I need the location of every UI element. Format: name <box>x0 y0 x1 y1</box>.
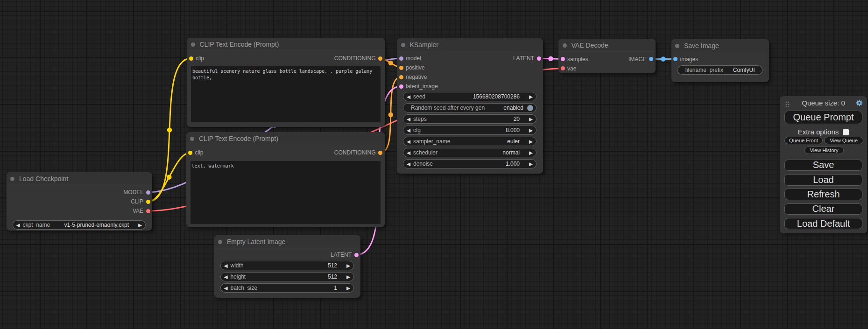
image-port-icon[interactable] <box>649 57 653 61</box>
vae-port-icon[interactable] <box>146 209 150 213</box>
next-value-arrow-icon[interactable]: ▶ <box>346 284 350 293</box>
node-save-image[interactable]: Save Image images filename_prefix ComfyU… <box>671 39 769 82</box>
widget-value: 1 <box>334 284 337 292</box>
latent-port-icon[interactable] <box>399 84 403 89</box>
clear-button[interactable]: Clear <box>784 203 862 215</box>
widget-value: 1.000 <box>506 160 520 168</box>
model-port-icon[interactable] <box>146 190 150 195</box>
widget-seed[interactable]: ◀ seed 156680208700286 ▶ <box>403 92 536 101</box>
next-value-arrow-icon[interactable]: ▶ <box>529 115 533 124</box>
latent-port-icon[interactable] <box>354 253 359 257</box>
next-value-arrow-icon[interactable]: ▶ <box>138 221 142 230</box>
widget-height[interactable]: ◀ height 512 ▶ <box>220 272 354 281</box>
widget-cfg[interactable]: ◀ cfg 8.000 ▶ <box>403 126 536 135</box>
node-title-bar[interactable]: CLIP Text Encode (Prompt) <box>187 38 385 51</box>
collapse-dot-icon[interactable] <box>563 43 567 48</box>
widget-scheduler[interactable]: ◀ scheduler normal ▶ <box>403 148 536 157</box>
input-slot: model <box>397 54 421 63</box>
next-value-arrow-icon[interactable]: ▶ <box>529 160 533 168</box>
node-clip-text-encode-negative[interactable]: CLIP Text Encode (Prompt) clip CONDITION… <box>186 132 385 227</box>
prev-value-arrow-icon[interactable]: ◀ <box>407 115 410 124</box>
prev-value-arrow-icon[interactable]: ◀ <box>224 273 228 281</box>
input-label: negative <box>406 74 427 80</box>
next-value-arrow-icon[interactable]: ▶ <box>529 148 533 157</box>
output-label: LATENT <box>331 252 352 258</box>
prev-value-arrow-icon[interactable]: ◀ <box>224 261 228 270</box>
next-value-arrow-icon[interactable]: ▶ <box>529 137 533 146</box>
load-default-button[interactable]: Load Default <box>784 218 862 230</box>
collapse-dot-icon[interactable] <box>190 137 194 141</box>
load-button[interactable]: Load <box>784 174 862 186</box>
node-title-bar[interactable]: Save Image <box>671 39 769 52</box>
widget-width[interactable]: ◀ width 512 ▶ <box>220 261 354 270</box>
widget-batch-size[interactable]: ◀ batch_size 1 ▶ <box>220 283 354 293</box>
latent-port-icon[interactable] <box>561 57 565 61</box>
widget-denoise[interactable]: ◀ denoise 1.000 ▶ <box>403 159 536 168</box>
node-load-checkpoint[interactable]: Load Checkpoint MODEL CLIP VAE ◀ ckpt_na… <box>7 172 153 231</box>
vae-port-icon[interactable] <box>561 66 565 70</box>
conditioning-port-icon[interactable] <box>399 75 403 79</box>
prev-value-arrow-icon[interactable]: ◀ <box>407 160 410 168</box>
output-slot: CONDITIONING <box>334 148 385 157</box>
prompt-textarea[interactable]: beautiful scenery nature glass bottle la… <box>191 66 381 122</box>
node-title-bar[interactable]: CLIP Text Encode (Prompt) <box>186 132 385 145</box>
link-dot <box>388 112 393 117</box>
conditioning-port-icon[interactable] <box>378 56 382 61</box>
node-empty-latent-image[interactable]: Empty Latent Image LATENT ◀ width 512 ▶ … <box>214 235 361 298</box>
widget-steps[interactable]: ◀ steps 20 ▶ <box>403 114 536 124</box>
prev-value-arrow-icon[interactable]: ◀ <box>407 137 410 146</box>
next-value-arrow-icon[interactable]: ▶ <box>346 261 350 270</box>
node-title-bar[interactable]: Load Checkpoint <box>7 172 153 185</box>
collapse-dot-icon[interactable] <box>218 240 222 244</box>
node-clip-text-encode-positive[interactable]: CLIP Text Encode (Prompt) clip CONDITION… <box>187 38 385 127</box>
view-queue-button[interactable]: View Queue <box>824 137 863 144</box>
settings-gear-icon[interactable] <box>856 99 863 106</box>
prev-value-arrow-icon[interactable]: ◀ <box>407 148 410 157</box>
refresh-button[interactable]: Refresh <box>784 189 862 200</box>
prev-value-arrow-icon[interactable]: ◀ <box>407 126 410 135</box>
conditioning-port-icon[interactable] <box>399 66 403 70</box>
view-history-button[interactable]: View History <box>804 147 844 154</box>
input-label: clip <box>196 55 204 62</box>
collapse-dot-icon[interactable] <box>191 42 195 47</box>
output-slot: CONDITIONING <box>334 54 385 63</box>
model-port-icon[interactable] <box>399 56 403 61</box>
prompt-textarea[interactable]: text, watermark <box>191 161 381 224</box>
widget-value: 20 <box>514 115 520 123</box>
collapse-dot-icon[interactable] <box>675 44 679 48</box>
toggle-on-icon[interactable] <box>527 105 533 111</box>
node-ksampler[interactable]: KSampler model positive negative latent_… <box>397 38 543 174</box>
collapse-dot-icon[interactable] <box>10 177 14 181</box>
extra-options-checkbox[interactable] <box>843 129 849 135</box>
clip-port-icon[interactable] <box>188 151 192 155</box>
prev-value-arrow-icon[interactable]: ◀ <box>224 284 228 293</box>
input-slot: negative <box>397 72 427 82</box>
widget-ckpt-name[interactable]: ◀ ckpt_name v1-5-pruned-emaonly.ckpt ▶ <box>13 220 146 230</box>
widget-random-seed-toggle[interactable]: Random seed after every gen enabled <box>403 103 536 112</box>
node-vae-decode[interactable]: VAE Decode samples vae IMAGE <box>558 39 656 73</box>
conditioning-port-icon[interactable] <box>378 151 382 155</box>
graph-canvas[interactable]: Load Checkpoint MODEL CLIP VAE ◀ ckpt_na… <box>0 0 868 329</box>
image-port-icon[interactable] <box>673 57 677 61</box>
clip-port-icon[interactable] <box>189 56 193 61</box>
output-label: MODEL <box>123 189 143 196</box>
queue-prompt-button[interactable]: Queue Prompt <box>784 111 862 124</box>
widget-label: batch_size <box>231 284 257 292</box>
next-value-arrow-icon[interactable]: ▶ <box>529 92 533 101</box>
prev-value-arrow-icon[interactable]: ◀ <box>16 221 20 230</box>
queue-front-button[interactable]: Queue Front <box>784 137 823 144</box>
input-label: latent_image <box>406 83 438 90</box>
save-button[interactable]: Save <box>784 160 862 171</box>
prev-value-arrow-icon[interactable]: ◀ <box>407 92 410 101</box>
widget-label: steps <box>413 115 427 123</box>
latent-port-icon[interactable] <box>537 56 541 61</box>
widget-sampler-name[interactable]: ◀ sampler_name euler ▶ <box>403 137 536 146</box>
node-title-bar[interactable]: KSampler <box>397 38 543 51</box>
collapse-dot-icon[interactable] <box>401 43 405 47</box>
node-title-bar[interactable]: Empty Latent Image <box>214 235 361 248</box>
widget-filename-prefix[interactable]: filename_prefix ComfyUI <box>677 65 762 75</box>
node-title-bar[interactable]: VAE Decode <box>558 39 656 52</box>
next-value-arrow-icon[interactable]: ▶ <box>529 126 533 135</box>
next-value-arrow-icon[interactable]: ▶ <box>346 273 350 281</box>
clip-port-icon[interactable] <box>146 200 150 204</box>
